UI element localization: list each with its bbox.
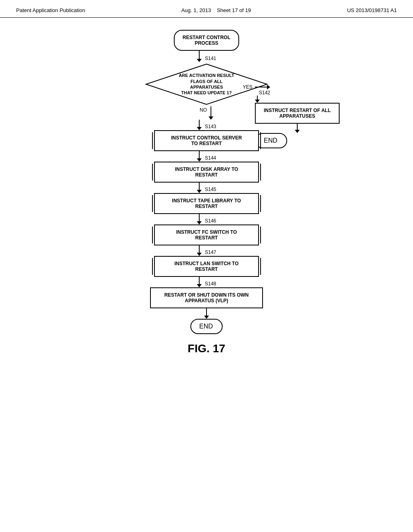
header-right: US 2013/0198731 A1 (347, 7, 397, 13)
arrow-s147: S147 (197, 245, 216, 256)
instruct-lan-switch-box: INSTRUCT LAN SWITCH TORESTART (154, 256, 259, 277)
instruct-fc-switch-text: INSTRUCT FC SWITCH TORESTART (176, 229, 237, 241)
start-label: RESTART CONTROLPROCESS (183, 35, 230, 46)
instruct-disk-array-text: INSTRUCT DISK ARRAY TORESTART (175, 166, 238, 178)
arrow-end1 (255, 124, 340, 133)
s142-label: S142 (259, 90, 270, 96)
page-header: Patent Application Publication Aug. 1, 2… (0, 0, 413, 18)
arrow-s145: S145 (197, 183, 216, 193)
end2-label: END (199, 323, 213, 330)
no-label: NO (200, 107, 207, 113)
arrow-s148: S148 (197, 277, 216, 287)
start-box: RESTART CONTROLPROCESS (174, 30, 239, 51)
arrow-s146: S146 (197, 214, 216, 224)
restart-shutdown-box: RESTART OR SHUT DOWN ITS OWNAPPARATUS (V… (150, 287, 263, 308)
instruct-fc-switch-box: INSTRUCT FC SWITCH TORESTART (154, 224, 259, 245)
instruct-control-server-box: INSTRUCT CONTROL SERVERTO RESTART (154, 130, 259, 151)
instruct-tape-library-box: INSTRUCT TAPE LIBRARY TORESTART (154, 193, 259, 214)
s144-label: S144 (205, 155, 216, 161)
s142-branch: S142 INSTRUCT RESTART OF ALLAPPARATUSES (255, 90, 340, 148)
instruct-lan-switch-text: INSTRUCT LAN SWITCH TORESTART (174, 261, 238, 272)
branch-row: NO YES S142 (65, 106, 348, 120)
arrow-end2 (204, 308, 209, 319)
fig-label: FIG. 17 (188, 342, 225, 355)
s146-label: S146 (205, 218, 216, 224)
restart-shutdown-text: RESTART OR SHUT DOWN ITS OWNAPPARATUS (V… (164, 292, 248, 303)
end2-node: END (190, 319, 223, 334)
start-node: RESTART CONTROLPROCESS (174, 30, 239, 51)
s148-label: S148 (205, 281, 216, 287)
end1-label: END (264, 137, 277, 144)
s141-label: S141 (205, 56, 216, 61)
s145-label: S145 (205, 187, 216, 192)
arrow-s143: S143 (197, 120, 216, 130)
header-left: Patent Application Publication (16, 7, 85, 13)
arrow-s141: S141 (0, 51, 413, 62)
diamond-text: ARE ACTIVATION RESULTFLAGS OF ALL APPARA… (176, 73, 237, 96)
instruct-restart-all-box: INSTRUCT RESTART OF ALLAPPARATUSES (255, 103, 340, 124)
s147-label: S147 (205, 249, 216, 255)
instruct-control-server-text: INSTRUCT CONTROL SERVERTO RESTART (171, 135, 242, 146)
diagram-area: RESTART CONTROLPROCESS S141 ARE ACTIVATI… (0, 18, 413, 363)
instruct-restart-all-text: INSTRUCT RESTART OF ALLAPPARATUSES (264, 108, 331, 119)
yes-label: YES (243, 84, 252, 90)
arrow-s144: S144 (197, 151, 216, 162)
instruct-tape-library-text: INSTRUCT TAPE LIBRARY TORESTART (172, 198, 241, 209)
instruct-disk-array-box: INSTRUCT DISK ARRAY TORESTART (154, 162, 259, 183)
diamond-section: ARE ACTIVATION RESULTFLAGS OF ALL APPARA… (65, 62, 348, 120)
header-center: Aug. 1, 2013 Sheet 17 of 19 (181, 7, 251, 13)
s143-label: S143 (205, 124, 216, 129)
